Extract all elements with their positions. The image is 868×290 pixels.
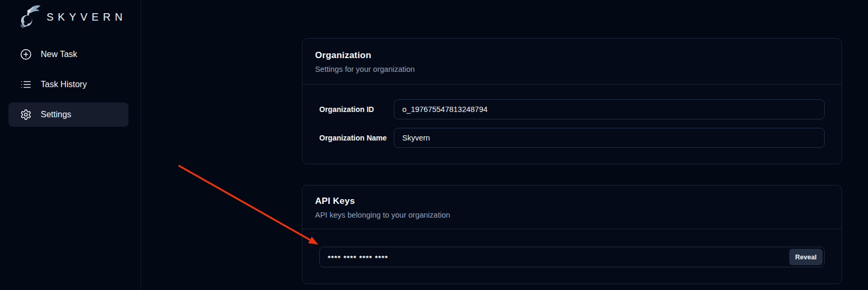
circle-plus-icon	[20, 49, 32, 60]
sidebar-item-settings[interactable]: Settings	[8, 102, 128, 127]
card-subtitle: API keys belonging to your organization	[315, 211, 829, 219]
app-logo[interactable]: SKYVERN	[0, 3, 141, 31]
sidebar-item-label: Task History	[41, 80, 87, 89]
api-keys-card: API Keys API keys belonging to your orga…	[302, 185, 842, 284]
sidebar-nav: New Task Task History Settings	[0, 42, 141, 127]
organization-id-row: Organization ID	[319, 99, 825, 119]
skyvern-dragon-icon	[16, 3, 42, 31]
organization-id-input[interactable]	[394, 99, 825, 119]
organization-name-input[interactable]	[394, 128, 825, 148]
organization-card-header: Organization Settings for your organizat…	[302, 39, 842, 85]
api-key-field[interactable]: **** **** **** **** Reveal	[319, 247, 825, 267]
organization-name-label: Organization Name	[319, 134, 394, 142]
sidebar-item-label: New Task	[41, 50, 77, 59]
sidebar: SKYVERN New Task Task History Settings	[0, 0, 141, 290]
main-content: Organization Settings for your organizat…	[141, 0, 868, 290]
sidebar-item-label: Settings	[41, 110, 71, 119]
card-title: API Keys	[315, 196, 829, 207]
card-subtitle: Settings for your organization	[315, 65, 829, 73]
organization-card-body: Organization ID Organization Name	[302, 85, 842, 164]
api-key-masked-value: **** **** **** ****	[328, 254, 388, 262]
organization-card: Organization Settings for your organizat…	[302, 38, 842, 164]
organization-id-label: Organization ID	[319, 105, 394, 114]
sidebar-item-task-history[interactable]: Task History	[8, 72, 128, 97]
reveal-button[interactable]: Reveal	[789, 249, 823, 265]
api-keys-card-header: API Keys API keys belonging to your orga…	[302, 185, 842, 229]
organization-name-row: Organization Name	[319, 128, 825, 148]
sidebar-item-new-task[interactable]: New Task	[8, 42, 128, 67]
list-icon	[20, 79, 32, 90]
api-keys-card-body: **** **** **** **** Reveal	[302, 229, 842, 284]
gear-icon	[20, 109, 32, 120]
logo-wordmark: SKYVERN	[47, 11, 127, 23]
card-title: Organization	[315, 50, 829, 61]
